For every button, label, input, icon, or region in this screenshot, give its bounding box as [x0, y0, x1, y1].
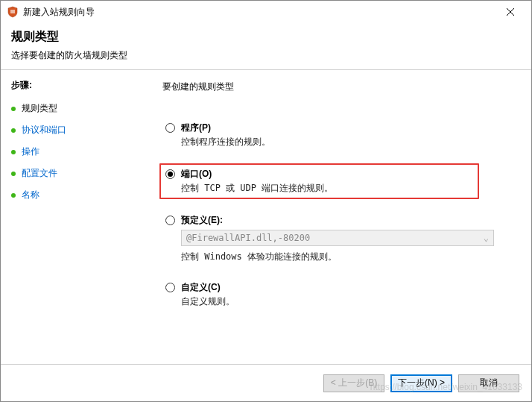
option-custom[interactable]: 自定义(C) 自定义规则。	[162, 278, 507, 311]
option-body: 程序(P) 控制程序连接的规则。	[181, 122, 504, 148]
step-label: 配置文件	[22, 167, 57, 180]
close-icon	[507, 8, 514, 16]
bullet-icon	[11, 107, 16, 111]
step-action[interactable]: 操作	[11, 145, 136, 158]
step-label: 规则类型	[22, 102, 57, 115]
option-desc: 控制 TCP 或 UDP 端口连接的规则。	[181, 182, 473, 195]
page-subtitle: 选择要创建的防火墙规则类型	[11, 49, 521, 62]
bullet-icon	[11, 128, 16, 133]
option-desc: 控制 Windows 体验功能连接的规则。	[181, 251, 504, 263]
option-port[interactable]: 端口(O) 控制 TCP 或 UDP 端口连接的规则。	[159, 163, 479, 199]
back-button: < 上一步(B)	[323, 374, 384, 392]
wizard-footer: < 上一步(B) 下一步(N) > 取消	[1, 364, 531, 401]
option-title: 自定义(C)	[181, 281, 504, 294]
option-body: 自定义(C) 自定义规则。	[181, 281, 504, 308]
steps-title: 步骤:	[11, 79, 136, 92]
cancel-button[interactable]: 取消	[458, 374, 519, 392]
option-predefined[interactable]: 预定义(E): @FirewallAPI.dll,-80200 控制 Windo…	[162, 211, 507, 266]
option-desc: 控制程序连接的规则。	[181, 136, 504, 148]
option-title: 预定义(E):	[181, 214, 504, 227]
option-body: 端口(O) 控制 TCP 或 UDP 端口连接的规则。	[181, 168, 473, 195]
bullet-icon	[11, 172, 16, 176]
option-desc: 自定义规则。	[181, 295, 504, 308]
step-protocol-port[interactable]: 协议和端口	[11, 124, 136, 136]
svg-rect-0	[10, 10, 15, 13]
titlebar: 新建入站规则向导	[1, 1, 531, 23]
main-panel: 要创建的规则类型 程序(P) 控制程序连接的规则。 端口(O) 控制 TCP 或…	[146, 70, 531, 372]
option-title: 端口(O)	[181, 168, 473, 180]
step-label: 协议和端口	[22, 124, 66, 136]
next-button[interactable]: 下一步(N) >	[390, 374, 452, 392]
page-title: 规则类型	[11, 29, 521, 45]
step-label: 名称	[22, 189, 39, 201]
step-rule-type[interactable]: 规则类型	[11, 102, 136, 115]
predefined-combo: @FirewallAPI.dll,-80200	[181, 230, 494, 246]
radio-port[interactable]	[165, 169, 175, 179]
step-name[interactable]: 名称	[11, 189, 136, 201]
steps-sidebar: 步骤: 规则类型 协议和端口 操作 配置文件 名称	[1, 70, 146, 372]
option-body: 预定义(E): @FirewallAPI.dll,-80200 控制 Windo…	[181, 214, 504, 263]
main-prompt: 要创建的规则类型	[162, 81, 507, 93]
app-icon	[7, 6, 19, 18]
option-title: 程序(P)	[181, 122, 504, 134]
step-profile[interactable]: 配置文件	[11, 167, 136, 180]
option-program[interactable]: 程序(P) 控制程序连接的规则。	[162, 119, 507, 151]
radio-custom[interactable]	[165, 283, 175, 292]
radio-predefined[interactable]	[165, 216, 175, 225]
bullet-icon	[11, 193, 16, 198]
wizard-header: 规则类型 选择要创建的防火墙规则类型	[1, 23, 531, 69]
step-label: 操作	[22, 145, 39, 158]
window-title: 新建入站规则向导	[23, 6, 495, 19]
content-area: 步骤: 规则类型 协议和端口 操作 配置文件 名称 要创建的规则类型 程序(	[1, 70, 531, 372]
close-button[interactable]	[495, 1, 525, 22]
radio-program[interactable]	[165, 123, 175, 133]
combo-value: @FirewallAPI.dll,-80200	[186, 233, 310, 243]
bullet-icon	[11, 150, 16, 154]
